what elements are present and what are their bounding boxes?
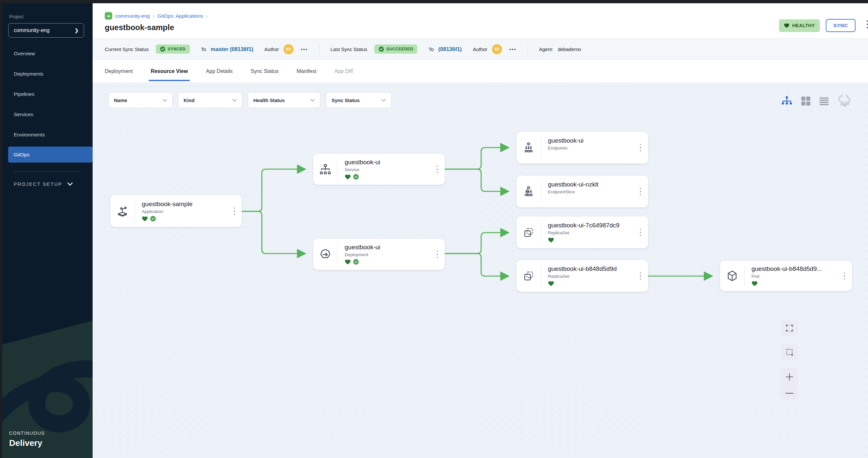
- node-kebab-menu-icon[interactable]: [633, 229, 648, 236]
- resource-tree-canvas[interactable]: Name Kind Health Status Sync Status: [93, 83, 868, 458]
- node-kind: Application: [142, 209, 227, 214]
- node-replicaset-guestbook-ui-b848d5d9d[interactable]: guestbook-ui-b848d5d9d ReplicaSet: [517, 260, 648, 292]
- synced-check-icon: [150, 216, 156, 222]
- project-selector[interactable]: community-eng ❯: [8, 23, 84, 38]
- sync-button[interactable]: SYNC: [826, 19, 856, 32]
- chevron-down-icon: [67, 183, 73, 186]
- sidebar-item-gitops[interactable]: GitOps: [8, 146, 93, 163]
- project-label: Project: [9, 14, 24, 19]
- tab-resource-view[interactable]: Resource View: [151, 60, 188, 83]
- author-avatar[interactable]: SC: [492, 44, 502, 54]
- current-sync-status-label: Current Sync Status: [105, 46, 149, 52]
- divider: [319, 44, 319, 54]
- brand-continuous-label: CONTINUOUS: [9, 430, 45, 436]
- tab-deployment[interactable]: Deployment: [105, 60, 132, 83]
- minus-icon: [785, 392, 794, 395]
- last-revision-link[interactable]: (08136f1): [438, 46, 462, 52]
- grid-view-icon[interactable]: [801, 96, 811, 106]
- node-kebab-menu-icon[interactable]: [430, 251, 445, 258]
- cluster-view-icon[interactable]: [838, 95, 851, 107]
- synced-check-icon: [353, 174, 359, 179]
- node-kind: Pod: [751, 274, 837, 279]
- succeeded-badge-label: SUCCEEDED: [386, 47, 413, 52]
- window-top-edge: [0, 0, 868, 3]
- node-title: guestbook-ui-b848d5d9...: [751, 265, 837, 272]
- sidebar-item-pipelines[interactable]: Pipelines: [0, 86, 93, 103]
- node-kebab-menu-icon[interactable]: [633, 188, 648, 196]
- node-kebab-menu-icon[interactable]: [633, 272, 648, 280]
- divider: [528, 44, 528, 54]
- node-title: guestbook-ui: [345, 159, 430, 166]
- zoom-in-button[interactable]: [785, 372, 794, 381]
- node-kind: Deployment: [345, 252, 430, 257]
- sidebar-item-environments[interactable]: Environments: [0, 126, 93, 143]
- breadcrumb-project-link[interactable]: community-eng: [115, 13, 150, 19]
- node-application-guestbook-sample[interactable]: guestbook-sample Application: [110, 195, 242, 227]
- healthy-heart-icon: [345, 174, 351, 179]
- node-kebab-menu-icon[interactable]: [227, 207, 242, 215]
- node-kebab-menu-icon[interactable]: [633, 144, 648, 152]
- agent-value: debademo: [558, 46, 581, 52]
- tab-app-details[interactable]: App Details: [206, 60, 233, 83]
- project-setup-toggle[interactable]: PROJECT SETUP: [14, 182, 73, 187]
- marquee-select-button[interactable]: [781, 345, 798, 360]
- breadcrumb-separator: ›: [206, 13, 208, 19]
- more-options-icon[interactable]: •••: [509, 46, 517, 52]
- sidebar-item-services[interactable]: Services: [0, 106, 93, 123]
- sidebar-divider: [14, 171, 79, 172]
- node-pod-guestbook-ui-b848d5d9[interactable]: guestbook-ui-b848d5d9... Pod: [720, 261, 852, 291]
- check-circle-icon: [160, 46, 165, 52]
- filter-kind[interactable]: Kind: [178, 92, 242, 108]
- healthy-heart-icon: [142, 216, 148, 222]
- filter-kind-label: Kind: [184, 97, 194, 103]
- project-selector-value: community-eng: [14, 28, 50, 33]
- tab-sync-status[interactable]: Sync Status: [251, 60, 279, 83]
- node-kind: Endpoints: [548, 145, 633, 151]
- sidebar: Project community-eng ❯ Overview Deploym…: [0, 3, 93, 458]
- window-left-edge: [0, 3, 2, 458]
- node-kebab-menu-icon[interactable]: [430, 166, 445, 173]
- author-label: Author: [473, 46, 487, 52]
- marquee-select-icon: [785, 348, 794, 356]
- fullscreen-button[interactable]: [781, 321, 798, 336]
- node-kind: ReplicaSet: [548, 274, 633, 279]
- breadcrumb-separator: ›: [153, 13, 154, 19]
- header-kebab-menu-icon[interactable]: [867, 20, 868, 29]
- tab-bar: Deployment Resource View App Details Syn…: [93, 60, 868, 83]
- application-icon: [110, 205, 134, 218]
- node-replicaset-guestbook-ui-7c64987dc9[interactable]: guestbook-ui-7c64987dc9 ReplicaSet: [517, 217, 648, 248]
- sidebar-item-overview[interactable]: Overview: [0, 45, 93, 62]
- node-deployment-guestbook-ui[interactable]: guestbook-ui Deployment: [313, 239, 445, 270]
- node-title: guestbook-ui-7c64987dc9: [548, 222, 633, 229]
- chevron-right-icon: ❯: [74, 28, 79, 33]
- synced-badge-label: SYNCED: [167, 47, 186, 52]
- node-endpointslice-guestbook-ui-nzklt[interactable]: guestbook-ui-nzklt EndpointSlice: [517, 176, 648, 207]
- agent-label: Agent:: [539, 46, 553, 52]
- filter-sync-status-label: Sync Status: [332, 97, 360, 103]
- more-options-icon[interactable]: •••: [301, 46, 308, 52]
- node-kind: EndpointSlice: [548, 189, 633, 194]
- filter-sync-status[interactable]: Sync Status: [326, 92, 392, 108]
- sidebar-nav: Overview Deployments Pipelines Services …: [0, 45, 93, 166]
- synced-badge: SYNCED: [156, 44, 190, 54]
- node-kind: Service: [345, 167, 430, 172]
- healthy-heart-icon: [548, 281, 554, 286]
- node-service-guestbook-ui[interactable]: guestbook-ui Service: [313, 154, 445, 185]
- author-avatar[interactable]: SC: [283, 44, 293, 54]
- filter-name[interactable]: Name: [108, 92, 173, 108]
- node-kebab-menu-icon[interactable]: [837, 272, 852, 280]
- list-view-icon[interactable]: [819, 97, 829, 105]
- project-setup-label: PROJECT SETUP: [14, 182, 62, 187]
- breadcrumb-applications-link[interactable]: GitOps: Applications: [157, 13, 203, 19]
- current-revision-link[interactable]: master (08136f1): [211, 46, 253, 52]
- fullscreen-icon: [785, 324, 794, 332]
- filter-name-label: Name: [114, 97, 127, 103]
- tab-manifest[interactable]: Manifest: [297, 60, 316, 83]
- filter-health-status[interactable]: Health Status: [248, 92, 320, 108]
- node-endpoints-guestbook-ui[interactable]: guestbook-ui Endpoints: [517, 132, 648, 164]
- zoom-out-button[interactable]: [785, 392, 794, 395]
- health-status-badge-label: HEALTHY: [792, 23, 815, 28]
- replicaset-icon: [517, 226, 541, 239]
- sidebar-item-deployments[interactable]: Deployments: [0, 65, 93, 83]
- tree-view-icon[interactable]: [781, 96, 793, 106]
